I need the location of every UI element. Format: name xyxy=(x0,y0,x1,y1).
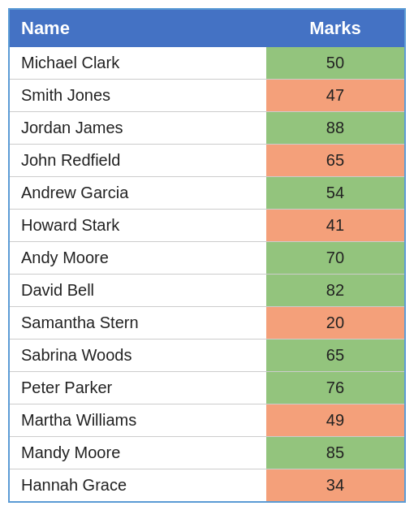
table-row: Mandy Moore85 xyxy=(10,437,404,469)
marks-column-header: Marks xyxy=(266,10,404,47)
student-marks: 54 xyxy=(266,177,404,210)
student-name: Mandy Moore xyxy=(10,437,266,469)
student-marks: 70 xyxy=(266,242,404,275)
student-name: Andrew Garcia xyxy=(10,177,266,210)
student-name: Howard Stark xyxy=(10,210,266,242)
student-name: Smith Jones xyxy=(10,80,266,112)
student-marks: 82 xyxy=(266,275,404,307)
table-header-row: Name Marks xyxy=(10,10,404,47)
table-row: Jordan James88 xyxy=(10,112,404,145)
table-row: John Redfield65 xyxy=(10,145,404,177)
name-column-header: Name xyxy=(10,10,266,47)
table-row: Peter Parker76 xyxy=(10,372,404,404)
student-marks: 76 xyxy=(266,372,404,404)
student-name: Jordan James xyxy=(10,112,266,145)
student-name: Martha Williams xyxy=(10,404,266,437)
student-name: David Bell xyxy=(10,275,266,307)
student-marks: 65 xyxy=(266,145,404,177)
student-marks: 47 xyxy=(266,80,404,112)
student-name: Samantha Stern xyxy=(10,307,266,340)
student-name: Sabrina Woods xyxy=(10,340,266,372)
student-marks: 85 xyxy=(266,437,404,469)
table-row: Howard Stark41 xyxy=(10,210,404,242)
student-marks: 49 xyxy=(266,404,404,437)
table-row: David Bell82 xyxy=(10,275,404,307)
student-marks: 65 xyxy=(266,340,404,372)
table-row: Smith Jones47 xyxy=(10,80,404,112)
student-marks: 88 xyxy=(266,112,404,145)
marks-table: Name Marks Michael Clark50Smith Jones47J… xyxy=(8,8,406,503)
student-marks: 20 xyxy=(266,307,404,340)
table-row: Samantha Stern20 xyxy=(10,307,404,340)
table-row: Andrew Garcia54 xyxy=(10,177,404,210)
table-row: Martha Williams49 xyxy=(10,404,404,437)
student-name: Andy Moore xyxy=(10,242,266,275)
table-row: Sabrina Woods65 xyxy=(10,340,404,372)
table-row: Hannah Grace34 xyxy=(10,469,404,502)
table-row: Andy Moore70 xyxy=(10,242,404,275)
student-marks: 34 xyxy=(266,469,404,502)
student-marks: 50 xyxy=(266,47,404,80)
student-name: John Redfield xyxy=(10,145,266,177)
student-name: Michael Clark xyxy=(10,47,266,80)
table-row: Michael Clark50 xyxy=(10,47,404,80)
student-name: Hannah Grace xyxy=(10,469,266,502)
student-marks: 41 xyxy=(266,210,404,242)
student-name: Peter Parker xyxy=(10,372,266,404)
